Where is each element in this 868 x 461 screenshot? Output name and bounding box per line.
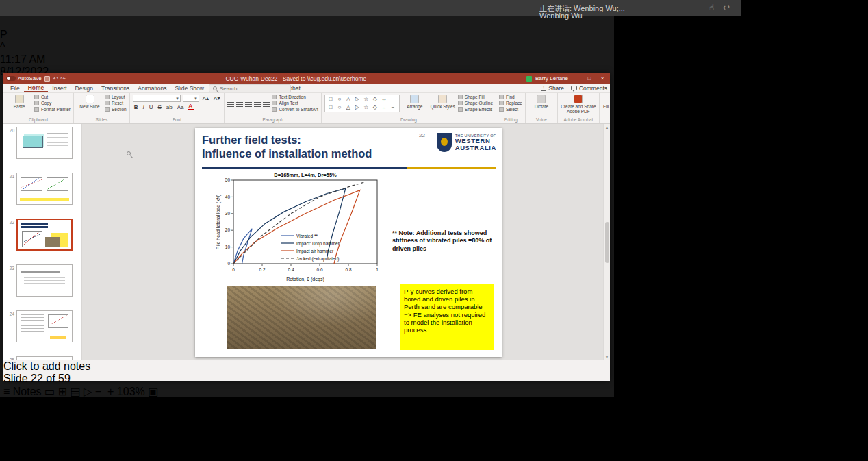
slide-thumbnail-20[interactable] xyxy=(16,127,73,159)
strikethrough-button[interactable]: S xyxy=(156,104,162,110)
taskbar-app-powerpoint[interactable]: P xyxy=(0,29,8,40)
text-shadow-button[interactable]: ab xyxy=(165,104,174,110)
maximize-button[interactable]: □ xyxy=(585,75,594,82)
section-button[interactable]: Section xyxy=(105,107,127,112)
align-right-icon[interactable] xyxy=(245,102,252,108)
arrange-button[interactable]: Arrange xyxy=(402,95,428,109)
font-color-button[interactable]: A xyxy=(188,103,194,110)
save-icon[interactable] xyxy=(44,76,50,82)
participant-tile-wenbing[interactable]: Wenbing Wu xyxy=(539,3,583,20)
minimize-button[interactable]: – xyxy=(572,75,581,82)
member-row[interactable]: 21硕-工岩二班-刘金阳 xyxy=(0,410,868,424)
slide-thumbnail-24[interactable] xyxy=(16,310,73,342)
shape-outline-button[interactable]: Shape Outline xyxy=(458,101,493,105)
tray-up-arrow-icon[interactable]: ^ xyxy=(0,41,5,53)
format-painter-button[interactable]: Format Painter xyxy=(34,107,71,112)
shape-icon-13[interactable]: ◇ xyxy=(371,104,379,112)
layout-button[interactable]: Layout xyxy=(105,95,127,99)
slide-thumbnail-25[interactable] xyxy=(16,356,73,360)
slide-thumbnail-22[interactable] xyxy=(16,219,73,251)
justify-icon[interactable] xyxy=(254,102,261,108)
slide-canvas[interactable]: 22 Further field tests: Influence of ins… xyxy=(195,128,502,357)
shape-icon-0[interactable]: □ xyxy=(327,96,335,103)
reading-view-icon[interactable]: ▤ xyxy=(70,386,80,397)
bold-button[interactable]: B xyxy=(133,104,140,110)
fill-sign-button[interactable]: Fill and Sign xyxy=(602,95,610,109)
align-center-icon[interactable] xyxy=(236,102,243,108)
text-direction-button[interactable]: Text Direction xyxy=(272,95,318,99)
align-text-button[interactable]: Align Text xyxy=(272,101,318,105)
shape-icon-5[interactable]: ◇ xyxy=(371,96,379,103)
paste-button[interactable]: Paste xyxy=(6,95,32,109)
shape-icon-12[interactable]: ☆ xyxy=(362,104,370,112)
member-row[interactable]: 21硕-工岩二班-邵聪慜 xyxy=(0,424,868,438)
menu-tab-home[interactable]: Home xyxy=(24,84,49,92)
font-size-select[interactable]: ▾ xyxy=(183,95,199,102)
menu-tab-design[interactable]: Design xyxy=(71,84,97,92)
shapes-gallery[interactable]: □○△▷☆◇↔~□○△▷☆◇↔~ xyxy=(324,95,400,112)
scroll-thumb[interactable] xyxy=(605,222,609,263)
zoom-in-icon[interactable]: + xyxy=(107,386,114,397)
shape-icon-6[interactable]: ↔ xyxy=(380,96,388,103)
dictate-button[interactable]: Dictate xyxy=(528,95,554,109)
shape-icon-3[interactable]: ▷ xyxy=(353,96,361,103)
indent-decrease-icon[interactable] xyxy=(245,95,252,101)
undo-icon[interactable]: ↶ xyxy=(53,75,58,82)
slide-thumbnail-23[interactable] xyxy=(16,264,73,297)
reset-button[interactable]: Reset xyxy=(105,101,127,105)
cut-button[interactable]: Cut xyxy=(34,95,71,99)
shape-icon-9[interactable]: ○ xyxy=(335,104,344,112)
menu-tab-slide-show[interactable]: Slide Show xyxy=(170,84,208,92)
shape-icon-2[interactable]: △ xyxy=(344,96,353,103)
shape-icon-7[interactable]: ~ xyxy=(389,96,397,103)
raise-hand-icon[interactable]: ☝ xyxy=(709,3,714,12)
normal-view-icon[interactable]: ▭ xyxy=(44,386,55,397)
bullets-icon[interactable] xyxy=(227,95,234,101)
shape-icon-14[interactable]: ↔ xyxy=(380,104,388,112)
menu-tab-animations[interactable]: Animations xyxy=(133,84,170,92)
smartart-button[interactable]: Convert to SmartArt xyxy=(272,107,318,112)
menu-tab-transitions[interactable]: Transitions xyxy=(97,84,133,92)
columns-icon[interactable] xyxy=(263,102,270,108)
select-button[interactable]: Select xyxy=(499,107,522,112)
menu-tab-insert[interactable]: Insert xyxy=(48,84,71,92)
notes-pane[interactable]: Click to add notes xyxy=(3,360,610,373)
ppt-search[interactable]: Search xyxy=(209,84,291,92)
italic-button[interactable]: I xyxy=(141,104,145,110)
shape-icon-11[interactable]: ▷ xyxy=(353,104,361,112)
quick-styles-button[interactable]: Quick Styles xyxy=(430,95,456,109)
shape-icon-8[interactable]: □ xyxy=(327,104,335,112)
comments-button[interactable]: Comments xyxy=(571,85,607,92)
shape-fill-button[interactable]: Shape Fill xyxy=(458,95,493,99)
autosave-toggle[interactable]: AutoSave xyxy=(6,75,42,82)
shape-icon-15[interactable]: ~ xyxy=(389,104,397,112)
replace-button[interactable]: Replace xyxy=(499,101,522,105)
align-left-icon[interactable] xyxy=(227,102,234,108)
share-button[interactable]: Share xyxy=(541,85,564,92)
notes-toggle[interactable]: ≡ Notes xyxy=(3,386,42,397)
font-name-select[interactable]: ▾ xyxy=(133,95,181,102)
numbering-icon[interactable] xyxy=(236,95,243,101)
shape-effects-button[interactable]: Shape Effects xyxy=(458,107,493,112)
shape-icon-10[interactable]: △ xyxy=(344,104,353,112)
scroll-up-icon[interactable]: ▲ xyxy=(605,125,609,129)
increase-font-icon[interactable]: A▴ xyxy=(201,95,210,101)
create-share-pdf-button[interactable]: Create and Share Adobe PDF xyxy=(561,95,596,114)
change-case-button[interactable]: Aa xyxy=(176,104,186,110)
slideshow-icon[interactable]: ▷ xyxy=(84,386,92,397)
close-button[interactable]: × xyxy=(598,75,607,82)
line-spacing-icon[interactable] xyxy=(263,95,270,101)
scroll-down-icon[interactable]: ▼ xyxy=(605,355,609,359)
zoom-out-icon[interactable]: − xyxy=(95,386,101,397)
find-button[interactable]: Find xyxy=(499,95,522,99)
indent-increase-icon[interactable] xyxy=(254,95,261,101)
shape-icon-4[interactable]: ☆ xyxy=(362,96,370,103)
shape-icon-1[interactable]: ○ xyxy=(335,96,344,103)
copy-button[interactable]: Copy xyxy=(34,101,71,105)
new-slide-button[interactable]: New Slide xyxy=(77,95,103,109)
decrease-font-icon[interactable]: A▾ xyxy=(212,95,221,101)
underline-button[interactable]: U xyxy=(148,104,155,110)
redo-icon[interactable]: ↷ xyxy=(60,75,66,82)
share-control-icon[interactable]: ↩ xyxy=(723,3,730,12)
fit-slide-icon[interactable]: ▣ xyxy=(148,386,158,397)
